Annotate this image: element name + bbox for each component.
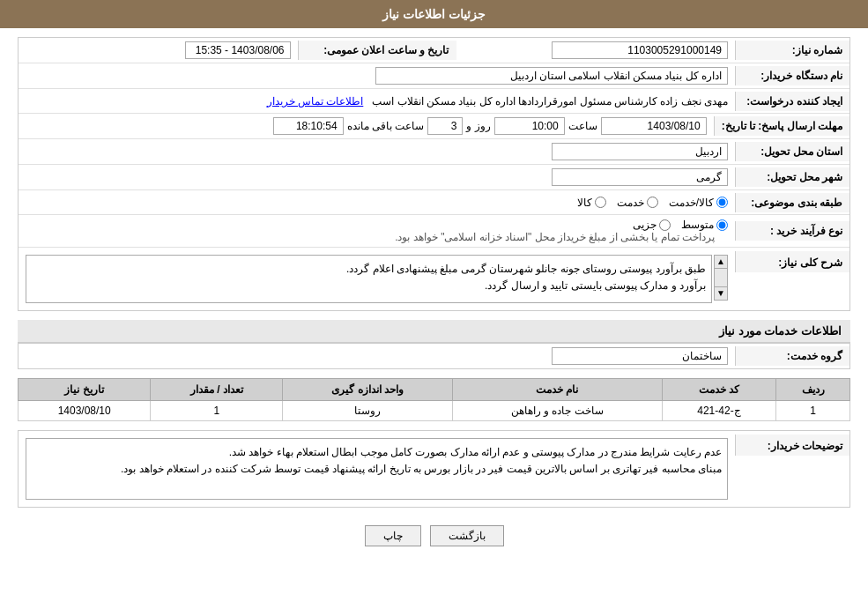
cell-unit: روستا bbox=[283, 401, 452, 421]
need-number-input[interactable] bbox=[552, 41, 728, 59]
category-kala[interactable]: کالا bbox=[577, 197, 606, 209]
table-row: 1 ج-42-421 ساخت جاده و راهاهن روستا 1 14… bbox=[19, 401, 850, 421]
deadline-value: ساعت روز و ساعت باقی مانده bbox=[19, 114, 714, 138]
buyer-notes-label: توضیحات خریدار: bbox=[735, 434, 849, 456]
requester-label: ایجاد کننده درخواست: bbox=[735, 92, 849, 111]
scroll-down-icon[interactable]: ▼ bbox=[715, 286, 727, 300]
cell-name: ساخت جاده و راهاهن bbox=[452, 401, 662, 421]
city-label: شهر محل تحویل: bbox=[735, 167, 849, 187]
requester-row: ایجاد کننده درخواست: مهدی نجف زاده کارشن… bbox=[19, 89, 849, 114]
col-unit: واحد اندازه گیری bbox=[283, 379, 452, 401]
col-code: کد خدمت bbox=[662, 379, 775, 401]
cell-row: 1 bbox=[776, 401, 850, 421]
announcement-date-label: تاریخ و ساعت اعلان عمومی: bbox=[298, 41, 456, 60]
need-number-row: شماره نیاز: تاریخ و ساعت اعلان عمومی: bbox=[19, 38, 849, 63]
cell-code: ج-42-421 bbox=[662, 401, 775, 421]
deadline-days-label: روز و bbox=[466, 120, 490, 132]
city-input[interactable] bbox=[552, 168, 728, 186]
deadline-date-input[interactable] bbox=[601, 117, 707, 135]
requester-value: مهدی نجف زاده کارشناس مسئول امورقرارداده… bbox=[19, 92, 735, 111]
buyer-notes-row: توضیحات خریدار: عدم رعایت شرایط مندرج در… bbox=[19, 431, 849, 507]
category-row: طبقه بندی موضوعی: کالا/خدمت خدمت bbox=[19, 190, 849, 215]
deadline-label: مهلت ارسال پاسخ: تا تاریخ: bbox=[714, 116, 849, 136]
province-input[interactable] bbox=[552, 143, 728, 160]
description-label: شرح کلی نیاز: bbox=[735, 251, 849, 272]
requester-contact-link[interactable]: اطلاعات تماس خریدار bbox=[267, 95, 364, 108]
service-group-label: گروه خدمت: bbox=[735, 346, 849, 366]
deadline-remaining-input[interactable] bbox=[273, 117, 344, 135]
category-khadamat[interactable]: خدمت bbox=[617, 197, 658, 209]
buyer-org-value bbox=[19, 63, 735, 88]
buyer-notes-value: عدم رعایت شرایط مندرج در مدارک پیوستی و … bbox=[19, 434, 735, 503]
buyer-org-label: نام دستگاه خریدار: bbox=[735, 66, 849, 85]
city-value bbox=[19, 165, 735, 189]
process-type-label: نوع فرآیند خرید : bbox=[735, 221, 849, 241]
province-value bbox=[19, 139, 735, 164]
need-number-value bbox=[456, 38, 736, 63]
process-type-value: متوسط جزیی پرداخت تمام یا بخشی از مبلغ خ… bbox=[19, 215, 735, 247]
services-table-section: ردیف کد خدمت نام خدمت واحد اندازه گیری ت… bbox=[18, 378, 850, 421]
col-date: تاریخ نیاز bbox=[19, 379, 151, 401]
process-mottawaset[interactable]: متوسط bbox=[681, 219, 728, 231]
service-group-section: گروه خدمت: bbox=[18, 343, 850, 369]
need-number-label: شماره نیاز: bbox=[735, 41, 849, 60]
content-area: شماره نیاز: تاریخ و ساعت اعلان عمومی: نا… bbox=[0, 28, 868, 564]
process-type-row: نوع فرآیند خرید : متوسط جزیی پرداخت تمام… bbox=[19, 215, 849, 248]
category-value: کالا/خدمت خدمت کالا bbox=[19, 193, 735, 212]
cell-date: 1403/08/10 bbox=[19, 401, 151, 421]
col-name: نام خدمت bbox=[452, 379, 662, 401]
back-button[interactable]: بازگشت bbox=[430, 525, 504, 546]
service-group-input[interactable] bbox=[552, 347, 728, 365]
description-text: طبق برآورد پیوستی روستای جونه جانلو شهرس… bbox=[26, 255, 712, 303]
scroll-up-icon[interactable]: ▲ bbox=[715, 256, 727, 269]
process-note: پرداخت تمام یا بخشی از مبلغ خریداز محل "… bbox=[395, 231, 715, 243]
city-row: شهر محل تحویل: bbox=[19, 165, 849, 190]
service-group-value bbox=[19, 344, 735, 368]
service-group-row: گروه خدمت: bbox=[19, 344, 849, 368]
buyer-org-row: نام دستگاه خریدار: bbox=[19, 63, 849, 89]
services-table: ردیف کد خدمت نام خدمت واحد اندازه گیری ت… bbox=[18, 378, 850, 421]
category-kala-khadamat[interactable]: کالا/خدمت bbox=[669, 197, 728, 209]
category-label: طبقه بندی موضوعی: bbox=[735, 193, 849, 212]
description-scrollbar[interactable]: ▲ ▼ bbox=[714, 255, 728, 301]
page-title: جزئیات اطلاعات نیاز bbox=[382, 7, 486, 21]
col-quantity: تعداد / مقدار bbox=[151, 379, 283, 401]
announcement-date-value bbox=[19, 38, 298, 63]
deadline-time-label: ساعت bbox=[568, 120, 597, 132]
deadline-row: مهلت ارسال پاسخ: تا تاریخ: ساعت روز و سا… bbox=[19, 114, 849, 139]
description-row: شرح کلی نیاز: ▲ ▼ طبق برآورد پیوستی روست… bbox=[19, 248, 849, 310]
page-wrapper: جزئیات اطلاعات نیاز شماره نیاز: تاریخ و … bbox=[0, 0, 868, 609]
description-value: ▲ ▼ طبق برآورد پیوستی روستای جونه جانلو … bbox=[19, 251, 735, 307]
col-row: ردیف bbox=[776, 379, 850, 401]
province-label: استان محل تحویل: bbox=[735, 142, 849, 161]
requester-text: مهدی نجف زاده کارشناس مسئول امورقرارداده… bbox=[372, 95, 728, 108]
main-form: شماره نیاز: تاریخ و ساعت اعلان عمومی: نا… bbox=[18, 37, 850, 311]
announcement-date-input[interactable] bbox=[185, 41, 291, 59]
deadline-time-input[interactable] bbox=[494, 117, 565, 135]
deadline-time-remaining-label: ساعت باقی مانده bbox=[347, 120, 425, 132]
process-jozii[interactable]: جزیی bbox=[633, 219, 671, 231]
print-button[interactable]: چاپ bbox=[365, 525, 421, 546]
services-title: اطلاعات خدمات مورد نیاز bbox=[18, 320, 850, 343]
buyer-notes-text: عدم رعایت شرایط مندرج در مدارک پیوستی و … bbox=[26, 438, 728, 500]
deadline-days-input[interactable] bbox=[427, 117, 463, 135]
province-row: استان محل تحویل: bbox=[19, 139, 849, 165]
buyer-org-input[interactable] bbox=[375, 67, 728, 85]
page-header: جزئیات اطلاعات نیاز bbox=[0, 0, 868, 28]
cell-quantity: 1 bbox=[151, 401, 283, 421]
buyer-notes-section: توضیحات خریدار: عدم رعایت شرایط مندرج در… bbox=[18, 430, 850, 508]
button-row: بازگشت چاپ bbox=[18, 516, 850, 555]
